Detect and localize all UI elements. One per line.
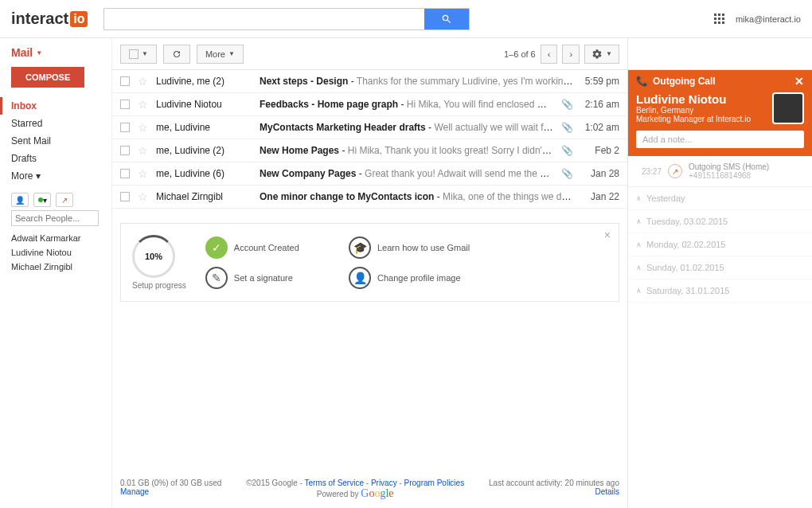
row-checkbox[interactable]	[120, 100, 130, 109]
refresh-icon	[172, 49, 182, 59]
search-icon	[441, 14, 452, 25]
chat-phone-icon[interactable]: ↗	[56, 193, 73, 207]
onboard-item[interactable]: 🎓Learn how to use Gmail	[349, 236, 470, 259]
call-panel: 📞 Outgoing Call ✕ Ludivine Niotou Berlin…	[627, 38, 812, 508]
panel-title: Outgoing Call	[653, 76, 716, 87]
onboard-item[interactable]: ✓Account Created	[205, 236, 326, 259]
email-row[interactable]: ☆ me, Ludivine (2) New Home Pages - Hi M…	[112, 139, 627, 162]
sidebar: Mail▼ COMPOSE InboxStarredSent MailDraft…	[0, 38, 111, 508]
star-icon[interactable]: ☆	[138, 98, 148, 111]
search-box	[103, 8, 470, 30]
settings-button[interactable]: ▼	[584, 45, 619, 64]
logo-prefix: interact	[11, 10, 68, 28]
email-sender: me, Ludivine (6)	[156, 168, 252, 179]
email-row[interactable]: ☆ Michael Zirngibl One minor change to M…	[112, 186, 627, 209]
panel-header: 📞 Outgoing Call ✕ Ludivine Niotou Berlin…	[628, 70, 812, 156]
chevron-up-icon: ∧	[636, 194, 642, 202]
email-row[interactable]: ☆ me, Ludivine (6) New Company Pages - G…	[112, 162, 627, 186]
footer-activity: Last account activity: 20 minutes ago De…	[489, 479, 619, 496]
star-icon[interactable]: ☆	[138, 121, 148, 134]
refresh-button[interactable]	[163, 45, 190, 64]
privacy-link[interactable]: Privacy	[371, 479, 397, 487]
people-item[interactable]: Ludivine Niotou	[11, 245, 111, 260]
attachment-icon: 📎	[561, 122, 573, 133]
onboard-item[interactable]: ✎Set a signature	[205, 267, 326, 289]
chat-controls: 👤 ▾ ↗	[11, 193, 111, 207]
email-sender: me, Ludivine (2)	[156, 145, 252, 156]
email-list: ☆ Ludivine, me (2) Next steps - Design -…	[112, 70, 627, 209]
close-panel-button[interactable]: ✕	[794, 75, 804, 88]
attachment-icon: 📎	[561, 145, 573, 156]
select-all-checkbox[interactable]: ▼	[120, 45, 157, 64]
more-button[interactable]: More▼	[197, 45, 244, 64]
search-people-input[interactable]	[11, 210, 99, 226]
chat-status-icon[interactable]: ▾	[33, 193, 51, 207]
star-icon[interactable]: ☆	[138, 144, 148, 157]
nav-item-sent-mail[interactable]: Sent Mail	[11, 132, 111, 150]
activity-row[interactable]: 23:27 ↗ Outgoing SMS (Home) +49151168149…	[628, 156, 812, 187]
email-sender: me, Ludivine	[156, 122, 252, 133]
footer-center: ©2015 Google - Terms of Service - Privac…	[221, 479, 489, 500]
onboard-icon: ✓	[205, 236, 228, 259]
day-section[interactable]: ∧Sunday, 01.02.2015	[628, 256, 812, 279]
email-subject: MyContacts Marketing Header drafts - Wel…	[260, 122, 553, 133]
people-item[interactable]: Michael Zirngibl	[11, 260, 111, 274]
top-right: mika@interact.io	[714, 14, 801, 24]
day-section[interactable]: ∧Tuesday, 03.02.2015	[628, 210, 812, 233]
program-link[interactable]: Program Policies	[404, 479, 465, 487]
apps-icon[interactable]	[714, 14, 724, 24]
email-time: 5:59 pm	[581, 76, 619, 87]
search-button[interactable]	[424, 9, 469, 29]
onboard-icon: 🎓	[349, 236, 371, 259]
row-checkbox[interactable]	[120, 169, 130, 178]
note-input[interactable]: Add a note...	[636, 131, 804, 148]
email-row[interactable]: ☆ me, Ludivine MyContacts Marketing Head…	[112, 116, 627, 139]
email-time: Jan 22	[581, 191, 619, 202]
details-link[interactable]: Details	[595, 487, 619, 496]
chat-person-icon[interactable]: 👤	[11, 193, 29, 207]
star-icon[interactable]: ☆	[138, 75, 148, 88]
email-time: 2:16 am	[581, 99, 619, 110]
nav-item-inbox[interactable]: Inbox	[0, 97, 111, 115]
google-logo: Google	[361, 487, 393, 499]
people-item[interactable]: Adwait Karmarkar	[11, 231, 111, 245]
day-section[interactable]: ∧Saturday, 31.01.2015	[628, 279, 812, 303]
gear-icon	[591, 49, 603, 60]
nav-item-starred[interactable]: Starred	[11, 115, 111, 132]
email-time: Jan 28	[581, 168, 619, 179]
onboard-icon: ✎	[205, 267, 228, 289]
row-checkbox[interactable]	[120, 123, 130, 132]
prev-page-button[interactable]: ‹	[541, 45, 558, 64]
day-section[interactable]: ∧Monday, 02.02.2015	[628, 233, 812, 256]
contact-avatar	[772, 92, 804, 124]
row-checkbox[interactable]	[120, 76, 130, 86]
star-icon[interactable]: ☆	[138, 190, 148, 203]
email-row[interactable]: ☆ Ludivine, me (2) Next steps - Design -…	[112, 70, 627, 93]
compose-button[interactable]: COMPOSE	[11, 67, 84, 88]
email-row[interactable]: ☆ Ludivine Niotou Feedbacks - Home page …	[112, 93, 627, 116]
mail-dropdown[interactable]: Mail▼	[11, 46, 111, 59]
attachment-icon: 📎	[561, 168, 573, 179]
day-section[interactable]: ∧Yesterday	[628, 187, 812, 210]
manage-link[interactable]: Manage	[120, 487, 149, 496]
footer-storage: 0.01 GB (0%) of 30 GB used Manage	[120, 479, 221, 496]
onboard-item[interactable]: 👤Change profile image	[349, 267, 470, 289]
tos-link[interactable]: Terms of Service	[305, 479, 364, 487]
phone-icon: 📞	[636, 76, 648, 87]
caret-down-icon: ▼	[36, 49, 42, 57]
nav-item-more[interactable]: More ▾	[11, 167, 111, 185]
chevron-up-icon: ∧	[636, 217, 642, 225]
onboard-icon: 👤	[349, 267, 371, 289]
next-page-button[interactable]: ›	[562, 45, 580, 64]
row-checkbox[interactable]	[120, 146, 130, 155]
email-subject: New Company Pages - Great thank you! Adw…	[260, 168, 553, 179]
close-onboarding-button[interactable]: ×	[604, 229, 611, 241]
activity-label: Outgoing SMS (Home)	[689, 162, 769, 171]
row-checkbox[interactable]	[120, 192, 130, 201]
search-input[interactable]	[104, 9, 424, 29]
star-icon[interactable]: ☆	[138, 167, 148, 180]
email-sender: Ludivine, me (2)	[156, 76, 252, 87]
activity-time: 23:27	[636, 167, 662, 176]
nav-item-drafts[interactable]: Drafts	[11, 150, 111, 167]
user-email[interactable]: mika@interact.io	[736, 14, 801, 24]
